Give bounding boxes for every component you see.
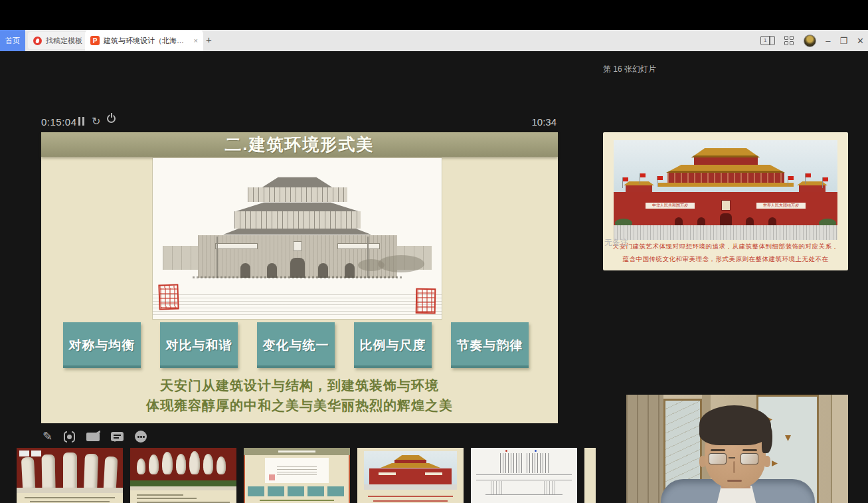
slide-title: 二.建筑环境形式美 — [225, 134, 375, 155]
tab-document-label: 建筑与环境设计（北海）(2).pptx — [104, 36, 190, 46]
presentation-window: 首页 找稿定模板 P 建筑与环境设计（北海）(2).pptx × + 1 – ❐… — [0, 0, 868, 503]
glasses-right-lens — [740, 453, 758, 464]
slide-filmstrip — [13, 448, 596, 503]
restore-button[interactable]: ❐ — [839, 37, 847, 45]
ppt-file-icon: P — [90, 36, 100, 45]
portrait — [721, 200, 731, 211]
thumbnail-slide-18[interactable] — [584, 448, 596, 503]
comment-icon[interactable] — [111, 432, 124, 441]
presenter-bar: 0:15:04 ↻ 10:34 — [41, 114, 558, 130]
laser-pointer-icon[interactable] — [64, 431, 75, 443]
thumbnail-slide-14[interactable] — [130, 448, 236, 503]
no-notes-label: 无备注 — [604, 237, 628, 249]
slide-caption-line1: 天安门从建筑设计与结构，到建筑装饰与环境 — [41, 377, 558, 395]
minimize-button[interactable]: – — [825, 37, 830, 45]
red-seal-left — [158, 284, 179, 310]
next-slide-header: 第 16 张幻灯片 — [603, 64, 656, 75]
pause-timer-icon[interactable] — [78, 117, 86, 126]
tab-template-label: 找稿定模板 — [46, 36, 82, 46]
grid-view-icon[interactable] — [784, 36, 794, 46]
glasses-left-lens — [709, 453, 727, 464]
thumbnail-slide-15-selected[interactable] — [244, 448, 350, 503]
slide-canvas[interactable]: 二.建筑环境形式美 — [41, 132, 558, 423]
principle-symmetry: 对称与均衡 — [63, 322, 141, 368]
red-seal-right — [416, 288, 436, 314]
principle-proportion: 比例与尺度 — [354, 322, 432, 368]
pen-icon[interactable]: ✎ — [43, 429, 52, 444]
tab-home[interactable]: 首页 — [0, 30, 25, 51]
gaoding-icon — [33, 37, 42, 45]
new-tab-button[interactable]: + — [206, 34, 212, 45]
window-controls: 1 – ❐ ✕ — [760, 30, 864, 51]
close-tab-icon[interactable]: × — [194, 37, 198, 45]
banner-left: 中华人民共和国万岁 — [646, 203, 695, 209]
thumbnail-slide-13[interactable] — [17, 448, 123, 503]
tiananmen-etching-image — [153, 158, 442, 319]
banner-right: 世界人民大团结万岁 — [756, 203, 806, 209]
principle-contrast: 对比与和谐 — [160, 322, 238, 368]
tiananmen-photo: 中华人民共和国万岁 世界人民大团结万岁 — [614, 140, 837, 240]
principle-variation: 变化与统一 — [257, 322, 335, 368]
annotation-toolbar: ✎ — [43, 429, 147, 445]
user-avatar[interactable] — [804, 35, 816, 47]
reset-timer-icon[interactable]: ↻ — [92, 115, 100, 128]
split-view-icon[interactable]: 1 — [760, 36, 775, 45]
presenter-hair — [699, 405, 771, 445]
close-button[interactable]: ✕ — [857, 37, 864, 45]
presenter-webcam[interactable] — [626, 395, 848, 503]
preview-caption-line1: 天安门建筑艺术体现对理想环境的追求，从建筑整体到细部装饰的对应关系， — [603, 243, 848, 251]
principle-buttons-row: 对称与均衡 对比与和谐 变化与统一 比例与尺度 节奏与韵律 — [41, 322, 558, 368]
tab-document[interactable]: P 建筑与环境设计（北海）(2).pptx × — [85, 30, 203, 51]
presenter-stage: 0:15:04 ↻ 10:34 二.建筑环境形式美 — [0, 51, 868, 503]
principle-rhythm: 节奏与韵律 — [451, 322, 529, 368]
tab-bar: 首页 找稿定模板 P 建筑与环境设计（北海）(2).pptx × + 1 – ❐… — [0, 30, 868, 51]
next-slide-preview[interactable]: 中华人民共和国万岁 世界人民大团结万岁 天安门建筑艺术体现对理想环境的追求，从建… — [603, 132, 848, 270]
current-time: 10:34 — [531, 116, 557, 128]
camera-icon[interactable] — [86, 433, 100, 441]
end-show-icon[interactable] — [107, 114, 116, 123]
thumbnail-slide-16[interactable] — [357, 448, 464, 503]
elapsed-timer: 0:15:04 — [41, 116, 77, 128]
thumbnail-slide-17[interactable] — [471, 448, 577, 503]
more-options-icon[interactable] — [135, 431, 147, 443]
preview-caption-line2: 蕴含中国传统文化和审美理念，形式美原则在整体建筑环境上无处不在 — [603, 255, 848, 264]
slide-title-band: 二.建筑环境形式美 — [41, 132, 558, 157]
slide-caption-line2: 体现雍容醇厚的中和之美与美华丽热烈的辉煌之美 — [41, 397, 558, 415]
